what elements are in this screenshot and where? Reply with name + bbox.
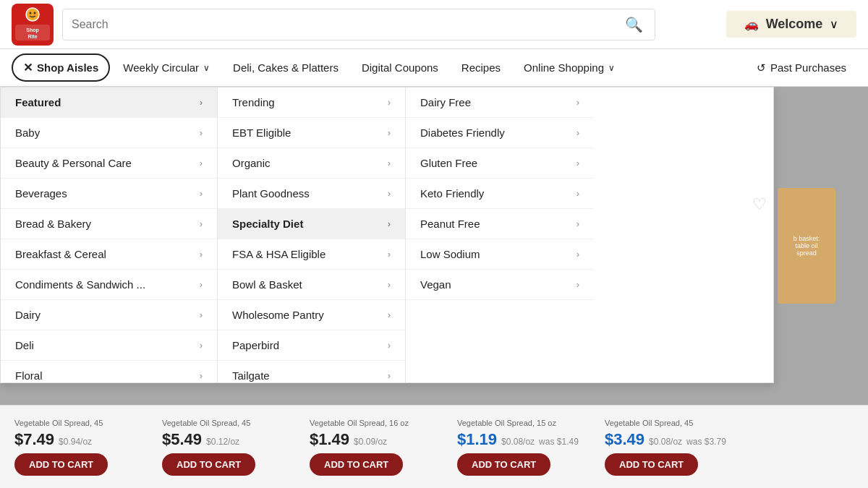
chevron-right-icon: › <box>388 279 391 290</box>
chevron-right-icon: › <box>576 188 579 199</box>
chevron-right-icon: › <box>200 127 203 138</box>
diet-label: Gluten Free <box>420 157 477 169</box>
product-per-oz: $0.08/oz <box>501 437 535 447</box>
product-price-row: $3.49 $0.08/oz was $3.79 <box>605 430 726 449</box>
digital-coupons-label: Digital Coupons <box>362 61 438 74</box>
brand-label: Plant Goodness <box>232 187 310 200</box>
product-was-price: was $1.49 <box>539 437 579 447</box>
search-button[interactable]: 🔍 <box>622 13 646 36</box>
product-price: $1.19 <box>457 430 497 449</box>
category-item[interactable]: Breakfast & Cereal› <box>1 239 217 270</box>
nav-shop-aisles[interactable]: ✕ Shop Aisles <box>12 53 110 82</box>
diet-item[interactable]: Vegan› <box>406 270 594 300</box>
nav-past-purchases[interactable]: ↺ Past Purchases <box>746 56 856 80</box>
car-icon: 🚗 <box>744 17 759 31</box>
add-to-cart-button[interactable]: ADD TO CART <box>162 453 255 476</box>
product-item: Vegetable Oil Spread, 45 $3.49 $0.08/oz … <box>605 419 735 476</box>
chevron-right-icon: › <box>388 188 391 199</box>
chevron-right-icon: › <box>576 158 579 168</box>
category-item[interactable]: Bread & Bakery› <box>1 209 217 239</box>
brand-item[interactable]: Wholesome Pantry› <box>218 300 405 330</box>
category-label: Floral <box>15 369 43 382</box>
product-price-row: $7.49 $0.94/oz <box>14 430 92 449</box>
brand-item[interactable]: Bowl & Basket› <box>218 270 405 300</box>
heart-icon[interactable]: ♡ <box>752 195 767 214</box>
add-to-cart-button[interactable]: ADD TO CART <box>14 453 108 476</box>
brand-item[interactable]: Paperbird› <box>218 330 405 361</box>
category-item[interactable]: Featured› <box>1 87 217 118</box>
nav-digital-coupons[interactable]: Digital Coupons <box>352 56 448 80</box>
category-item[interactable]: Baby› <box>1 118 217 148</box>
brand-label: Specialty Diet <box>232 218 303 230</box>
add-to-cart-button[interactable]: ADD TO CART <box>605 453 698 476</box>
brand-label: Paperbird <box>232 339 279 351</box>
diet-item[interactable]: Peanut Free› <box>406 209 594 239</box>
online-shopping-label: Online Shopping <box>524 61 604 74</box>
diet-label: Peanut Free <box>420 218 480 230</box>
nav-deli-cakes[interactable]: Deli, Cakes & Platters <box>223 56 349 80</box>
search-input[interactable] <box>72 18 622 31</box>
brand-item[interactable]: EBT Eligible› <box>218 118 405 148</box>
history-icon: ↺ <box>757 61 766 74</box>
diet-label: Low Sodium <box>420 248 480 260</box>
add-to-cart-button[interactable]: ADD TO CART <box>457 453 550 476</box>
chevron-right-icon: › <box>388 370 391 381</box>
chevron-down-icon: ∨ <box>203 63 210 73</box>
diet-item[interactable]: Diabetes Friendly› <box>406 118 594 148</box>
category-label: Bread & Bakery <box>15 218 91 230</box>
brand-item[interactable]: FSA & HSA Eligible› <box>218 239 405 270</box>
chevron-down-icon-2: ∨ <box>608 63 615 73</box>
brand-item[interactable]: Trending› <box>218 87 405 118</box>
dropdown-menu: Featured›Baby›Beauty & Personal Care›Bev… <box>0 87 774 383</box>
chevron-right-icon: › <box>200 309 203 320</box>
category-item[interactable]: Dairy› <box>1 300 217 330</box>
diet-item[interactable]: Keto Friendly› <box>406 179 594 209</box>
product-price: $1.49 <box>310 430 349 449</box>
product-per-oz: $0.12/oz <box>206 437 239 447</box>
product-description: Vegetable Oil Spread, 16 oz <box>310 419 409 427</box>
chevron-right-icon: › <box>576 218 579 229</box>
diet-item[interactable]: Low Sodium› <box>406 239 594 270</box>
svg-point-2 <box>30 12 32 14</box>
brand-item[interactable]: Tailgate› <box>218 361 405 382</box>
product-strip: Vegetable Oil Spread, 45 $7.49 $0.94/oz … <box>0 405 868 488</box>
category-label: Dairy <box>15 309 41 321</box>
category-label: Breakfast & Cereal <box>15 248 106 260</box>
product-was-price: was $3.79 <box>686 437 726 447</box>
category-item[interactable]: Condiments & Sandwich ...› <box>1 270 217 300</box>
search-icon: 🔍 <box>625 17 643 33</box>
chevron-right-icon: › <box>200 279 203 290</box>
diet-label: Vegan <box>420 278 451 291</box>
brand-label: Trending <box>232 96 275 108</box>
chevron-right-icon: › <box>388 97 391 108</box>
diet-item[interactable]: Dairy Free› <box>406 87 594 118</box>
brand-item[interactable]: Organic› <box>218 148 405 179</box>
diet-item[interactable]: Gluten Free› <box>406 148 594 179</box>
svg-point-3 <box>34 12 36 14</box>
chevron-right-icon: › <box>576 127 579 138</box>
category-item[interactable]: Beauty & Personal Care› <box>1 148 217 179</box>
welcome-area[interactable]: 🚗 Welcome ∨ <box>726 11 856 38</box>
x-icon: ✕ <box>23 61 33 74</box>
product-price: $3.49 <box>605 430 644 449</box>
chevron-right-icon: › <box>388 218 391 229</box>
product-description: Vegetable Oil Spread, 45 <box>162 419 250 427</box>
nav-recipes[interactable]: Recipes <box>451 56 511 80</box>
product-price-row: $1.49 $0.09/oz <box>310 430 387 449</box>
brand-item[interactable]: Specialty Diet› <box>218 209 405 239</box>
diet-label: Keto Friendly <box>420 187 484 200</box>
category-item[interactable]: Beverages› <box>1 179 217 209</box>
category-item[interactable]: Deli› <box>1 330 217 361</box>
product-per-oz: $0.94/oz <box>59 437 92 447</box>
logo[interactable]: Shop Rite <box>12 4 54 46</box>
nav-bar: ✕ Shop Aisles Weekly Circular ∨ Deli, Ca… <box>0 49 868 87</box>
category-item[interactable]: Floral› <box>1 361 217 382</box>
brands-column: Trending›EBT Eligible›Organic›Plant Good… <box>218 87 406 382</box>
chevron-right-icon: › <box>200 158 203 168</box>
nav-online-shopping[interactable]: Online Shopping ∨ <box>514 56 625 80</box>
brand-label: Bowl & Basket <box>232 278 302 291</box>
add-to-cart-button[interactable]: ADD TO CART <box>310 453 403 476</box>
brand-item[interactable]: Plant Goodness› <box>218 179 405 209</box>
nav-weekly-circular[interactable]: Weekly Circular ∨ <box>113 56 220 80</box>
category-label: Baby <box>15 127 40 139</box>
